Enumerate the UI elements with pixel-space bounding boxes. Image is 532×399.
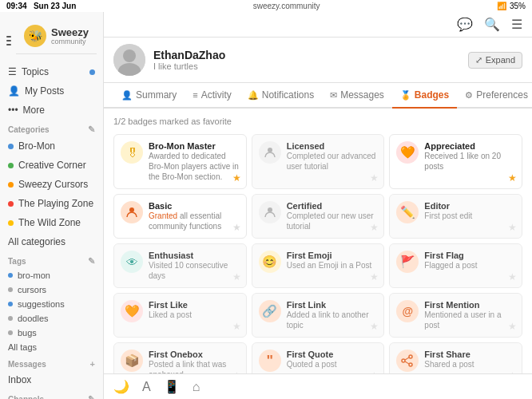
top-bar: 💬 🔍 ☰ [104,12,532,38]
editor-desc: First post edit [424,211,472,221]
sidebar-item-bromon[interactable]: Bro-Mon [0,136,103,156]
summary-icon: 👤 [121,90,133,101]
messages-section-header: Messages + [0,354,103,370]
certified-star[interactable]: ★ [370,222,379,233]
sidebar-header: 🐝 Sweezy community [0,18,103,62]
sidebar-item-wildzone[interactable]: The Wild Zone [0,213,103,232]
sidebar-tag-alltags[interactable]: All tags [0,340,103,354]
bromon-master-star[interactable]: ★ [232,172,241,184]
expand-chevron-icon: ⤢ [475,55,482,65]
certified-name: Certified [287,201,378,211]
more-label: More [23,105,45,116]
sidebar-tag-suggestions[interactable]: suggestions [0,297,103,311]
sidebar-item-playingzone[interactable]: The Playing Zone [0,194,103,213]
home-icon[interactable]: ⌂ [193,380,200,394]
bromon-dot [8,144,14,149]
tablet-icon[interactable]: 📱 [164,379,180,394]
channels-edit-icon[interactable]: ✎ [88,394,95,399]
first-emoji-icon: 😊 [259,251,281,273]
appreciated-star[interactable]: ★ [508,172,517,184]
badge-first-like: 🧡 First Like Liked a post ★ [113,293,247,338]
editor-star[interactable]: ★ [508,222,517,233]
battery-icon: 35% [510,2,526,10]
svg-point-5 [268,207,272,212]
moon-icon[interactable]: 🌙 [113,379,129,394]
avatar [113,44,145,76]
first-share-icon [396,350,419,372]
first-like-icon: 🧡 [121,300,143,322]
tag-doodles-label: doodles [18,314,49,323]
expand-button[interactable]: ⤢ Expand [468,52,522,69]
first-onebox-name: First Onebox [149,350,240,359]
playingzone-label: The Playing Zone [18,198,93,209]
badge-first-flag: 🚩 First Flag Flagged a post ★ [389,243,522,288]
first-flag-star[interactable]: ★ [508,271,517,282]
first-emoji-desc: Used an Emoji in a Post [287,260,372,271]
sidebar-item-creative[interactable]: Creative Corner [0,156,103,175]
first-emoji-star[interactable]: ★ [370,271,379,282]
status-time: 09:34 Sun 23 Jun [6,2,76,10]
bromon-label: Bro-Mon [18,140,55,152]
first-flag-name: First Flag [424,251,477,260]
first-emoji-name: First Emoji [287,251,372,260]
certified-desc: Completed our new user tutorial [287,211,378,231]
badge-enthusiast: 👁 Enthusiast Visited 10 consecutive days… [113,243,247,288]
badge-editor: ✏️ Editor First post edit ★ [389,194,522,239]
tag-bugs-label: bugs [18,328,37,338]
badge-appreciated: 🧡 Appreciated Received 1 like on 20 post… [389,134,522,189]
sidebar: 🐝 Sweezy community ☰ Topics 👤 My Posts •… [0,12,104,399]
editor-icon: ✏️ [396,201,419,223]
text-icon[interactable]: A [142,380,151,394]
menu-icon[interactable]: ☰ [511,17,522,32]
sidebar-tag-bugs[interactable]: bugs [0,326,103,340]
first-link-desc: Added a link to another topic [287,310,378,330]
sidebar-item-inbox[interactable]: Inbox [0,370,103,389]
logo-icon: 🐝 [24,25,46,47]
tags-edit-icon[interactable]: ✎ [88,256,95,267]
hamburger-menu[interactable] [6,34,11,47]
first-like-star[interactable]: ★ [232,321,241,332]
tab-badges[interactable]: 🏅 Badges [392,83,457,109]
licensed-star[interactable]: ★ [370,172,379,184]
appreciated-name: Appreciated [424,141,515,151]
tab-activity[interactable]: ≡ Activity [185,83,239,109]
myposts-icon: 👤 [8,85,20,97]
first-mention-name: First Mention [424,300,515,310]
sidebar-item-more[interactable]: ••• More [0,101,103,120]
tag-cursors-label: cursors [18,285,46,294]
sidebar-item-cursors[interactable]: Sweezy Cursors [0,175,103,194]
tab-preferences[interactable]: ⚙ Preferences [457,83,532,109]
categories-edit-icon[interactable]: ✎ [88,124,95,135]
first-share-star[interactable]: ★ [508,370,517,373]
chat-icon[interactable]: 💬 [457,17,473,32]
wildzone-dot [8,220,14,226]
tab-notifications[interactable]: 🔔 Notifications [240,83,322,109]
tag-bromon-dot [8,273,13,278]
sidebar-tag-cursors[interactable]: cursors [0,282,103,297]
more-icon: ••• [8,105,18,116]
first-quote-star[interactable]: ★ [370,370,379,373]
tab-summary[interactable]: 👤 Summary [113,83,185,109]
wifi-icon: 📶 [497,2,506,10]
badges-icon: 🏅 [400,90,411,101]
first-quote-name: First Quote [287,350,337,359]
sidebar-tag-bromon[interactable]: bro-mon [0,268,103,282]
sidebar-item-allcategories[interactable]: All categories [0,232,103,251]
topics-icon: ☰ [8,66,17,77]
sidebar-item-myposts[interactable]: 👤 My Posts [0,81,103,101]
sidebar-item-topics[interactable]: ☰ Topics [0,62,103,81]
tab-messages[interactable]: ✉ Messages [322,83,392,109]
messages-add-icon[interactable]: + [90,359,95,369]
first-onebox-star[interactable]: ★ [232,370,241,373]
playingzone-dot [8,201,14,207]
svg-point-4 [129,207,134,212]
inbox-label: Inbox [8,374,31,385]
first-mention-star[interactable]: ★ [508,321,517,332]
messages-icon: ✉ [330,90,337,101]
enthusiast-star[interactable]: ★ [232,271,241,282]
sidebar-tag-doodles[interactable]: doodles [0,311,103,326]
first-link-star[interactable]: ★ [370,321,379,332]
basic-star[interactable]: ★ [232,222,241,233]
search-icon[interactable]: 🔍 [484,17,500,32]
svg-line-9 [405,358,409,360]
